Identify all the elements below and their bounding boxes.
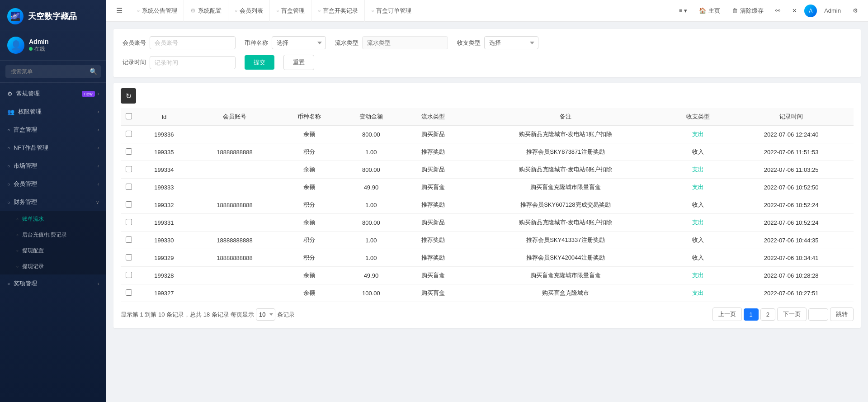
cell-amount: 800.00	[340, 214, 402, 232]
cell-amount: 1.00	[340, 143, 402, 161]
cell-time: 2022-07-06 10:52:24	[729, 214, 854, 232]
sidebar-item-recharge-record[interactable]: ○ 后台充值/扣费记录	[0, 227, 106, 243]
topnav-item-member-list[interactable]: ○ 会员列表	[228, 0, 270, 22]
admin-avatar: A	[804, 5, 817, 17]
row-checkbox[interactable]	[126, 131, 132, 137]
gear-icon: ⚙	[7, 90, 13, 97]
cell-flow-type: 推荐奖励	[402, 196, 464, 214]
sidebar-item-withdraw-record[interactable]: ○ 提现记录	[0, 259, 106, 274]
main-area: ☰ ○ 系统公告管理 ⚙ 系统配置 ○ 会员列表 ○ 盲盒管理 ○ 盲盒开奖记录	[106, 0, 868, 402]
admin-name-button[interactable]: Admin	[820, 5, 845, 16]
filter-row-2: 记录时间 提交 重置	[123, 55, 852, 70]
row-checkbox[interactable]	[126, 289, 132, 296]
cell-id: 199333	[137, 179, 191, 196]
header-account: 会员账号	[191, 108, 278, 126]
cell-account: 18888888888	[191, 249, 278, 267]
cell-income-type: 收入	[667, 196, 729, 214]
account-filter-label: 会员账号	[123, 39, 146, 47]
topnav-menu: ○ 系统公告管理 ⚙ 系统配置 ○ 会员列表 ○ 盲盒管理 ○ 盲盒开奖记录 ○…	[131, 0, 675, 22]
row-checkbox[interactable]	[126, 166, 132, 172]
topnav-item-label: 盲盒订单管理	[376, 7, 411, 15]
next-page-button[interactable]: 下一页	[777, 307, 807, 321]
income-type-select[interactable]: 选择 支出 收入	[484, 36, 538, 49]
close-tab-button[interactable]: ✕	[788, 5, 802, 16]
cell-amount: 49.90	[340, 179, 402, 196]
sidebar-item-nft[interactable]: ○NFT作品管理 ‹	[0, 139, 106, 157]
header-flow-type: 流水类型	[402, 108, 464, 126]
sidebar-item-finance[interactable]: ○财务管理 ∨	[0, 193, 106, 211]
sidebar-item-account-flow[interactable]: ○ 账单流水	[0, 211, 106, 227]
cell-account: 18888888888	[191, 196, 278, 214]
home-button[interactable]: 🏠 主页	[694, 5, 725, 17]
header-checkbox-cell	[121, 108, 137, 126]
circle-icon: ○	[16, 249, 19, 253]
row-checkbox-cell	[121, 267, 137, 284]
cell-income-type: 支出	[667, 214, 729, 232]
settings-button[interactable]: ⚙	[848, 5, 863, 16]
sidebar-item-member[interactable]: ○会员管理 ‹	[0, 175, 106, 193]
screen-button[interactable]: ⚯	[771, 5, 785, 16]
sidebar-item-label: 提现配置	[22, 247, 44, 255]
row-checkbox[interactable]	[126, 219, 132, 225]
row-checkbox[interactable]	[126, 148, 132, 155]
sidebar-item-general[interactable]: ⚙常规管理 new ›	[0, 85, 106, 103]
table-card: ↻ Id 会员账号 币种名称 变动金额 流水类型 备注 收支类型	[113, 83, 861, 328]
sidebar-item-label: 后台充值/扣费记录	[22, 231, 67, 239]
sidebar-item-blindbox[interactable]: ○盲盒管理 ‹	[0, 121, 106, 139]
filter-row-1: 会员账号 币种名称 选择 余额 积分 流水类型 收支类型	[123, 36, 852, 49]
sidebar-item-withdraw-config[interactable]: ○ 提现配置	[0, 243, 106, 259]
sidebar-item-market[interactable]: ○市场管理 ‹	[0, 157, 106, 175]
sidebar-item-permission[interactable]: 👥权限管理 ‹	[0, 103, 106, 121]
page-1-button[interactable]: 1	[744, 308, 759, 321]
select-all-checkbox[interactable]	[126, 113, 132, 119]
topnav-item-announcement[interactable]: ○ 系统公告管理	[131, 0, 184, 22]
topnav-menu-dropdown[interactable]: ≡ ▾	[675, 5, 692, 16]
arrow-icon: ›	[98, 91, 99, 96]
prev-page-button[interactable]: 上一页	[712, 307, 742, 321]
topnav-item-order-mgmt[interactable]: ○ 盲盒订单管理	[365, 0, 418, 22]
topnav-item-blindbox-mgmt[interactable]: ○ 盲盒管理	[270, 0, 311, 22]
search-icon[interactable]: 🔍	[90, 68, 97, 75]
pagination-info: 显示第 1 到第 10 条记录，总共 18 条记录 每页显示 10 20 50 …	[121, 308, 295, 321]
cell-currency: 积分	[278, 249, 340, 267]
income-type-filter-label: 收支类型	[457, 39, 481, 47]
account-input[interactable]	[150, 36, 236, 49]
currency-select[interactable]: 选择 余额 积分	[272, 36, 326, 49]
row-checkbox[interactable]	[126, 272, 132, 278]
circle-icon: ○	[7, 182, 10, 187]
page-2-button[interactable]: 2	[760, 308, 775, 321]
jump-button[interactable]: 跳转	[830, 307, 854, 321]
circle-icon: ○	[7, 146, 10, 151]
time-input[interactable]	[150, 56, 236, 69]
page-jump-input[interactable]	[808, 308, 828, 321]
per-page-select[interactable]: 10 20 50	[256, 308, 275, 321]
table-row: 199329 18888888888 积分 1.00 推荐奖励 推荐会员SKY4…	[121, 249, 854, 267]
topnav-item-label: 系统配置	[198, 7, 222, 15]
clear-label: 清除缓存	[740, 7, 764, 15]
sidebar-item-label: 权限管理	[18, 108, 42, 116]
logo-icon: 🌌	[7, 8, 24, 24]
avatar: 👤	[7, 37, 24, 54]
cell-remark: 购买新品克隆城市-发电站6账户扣除	[464, 161, 667, 179]
hamburger-button[interactable]: ☰	[112, 6, 127, 15]
clear-cache-button[interactable]: 🗑 清除缓存	[727, 5, 768, 17]
sidebar-item-label: 财务管理	[14, 198, 37, 206]
row-checkbox[interactable]	[126, 201, 132, 208]
topnav-item-open-record[interactable]: ○ 盲盒开奖记录	[311, 0, 365, 22]
table-row: 199335 18888888888 积分 1.00 推荐奖励 推荐会员SKY8…	[121, 143, 854, 161]
row-checkbox[interactable]	[126, 254, 132, 260]
row-checkbox[interactable]	[126, 184, 132, 190]
cell-time: 2022-07-06 10:34:41	[729, 249, 854, 267]
refresh-button[interactable]: ↻	[121, 88, 136, 104]
cell-currency: 余额	[278, 284, 340, 302]
search-input[interactable]	[5, 65, 101, 78]
topnav-item-config[interactable]: ⚙ 系统配置	[184, 0, 228, 22]
submit-button[interactable]: 提交	[245, 55, 274, 70]
arrow-icon: ‹	[98, 281, 99, 286]
sidebar-item-prize[interactable]: ○奖项管理 ‹	[0, 274, 106, 293]
cell-amount: 100.00	[340, 284, 402, 302]
cell-income-type: 支出	[667, 161, 729, 179]
reset-button[interactable]: 重置	[283, 55, 314, 70]
row-checkbox[interactable]	[126, 236, 132, 243]
sidebar-item-label: NFT作品管理	[14, 144, 48, 152]
